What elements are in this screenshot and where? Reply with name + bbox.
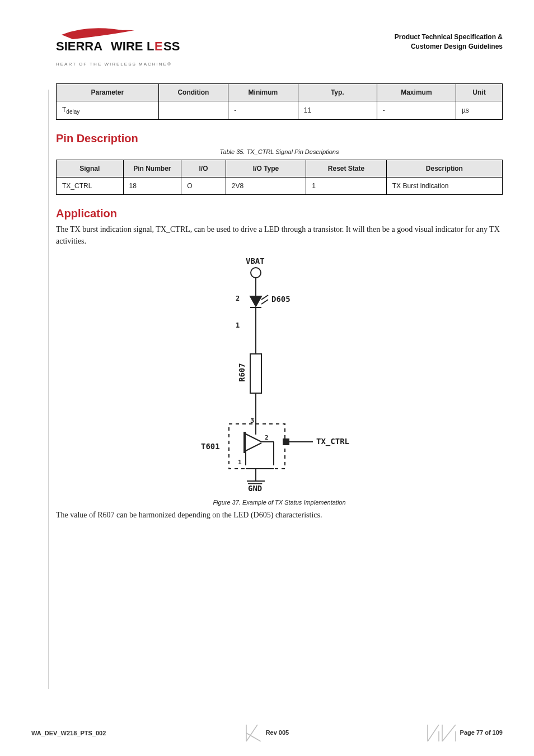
cell-io: O — [181, 178, 226, 195]
cell-typ: 11 — [298, 101, 377, 120]
svg-point-5 — [251, 268, 261, 278]
col-maximum: Maximum — [377, 84, 456, 101]
label-t601: T601 — [201, 442, 220, 451]
col-minimum: Minimum — [228, 84, 298, 101]
pin-description-table: Signal Pin Number I/O I/O Type Reset Sta… — [56, 160, 503, 195]
svg-rect-15 — [229, 424, 285, 469]
cell-minimum: - — [228, 101, 298, 120]
cell-unit: µs — [456, 101, 502, 120]
label-vbat: VBAT — [246, 256, 265, 265]
footer-rev: Rev 005 — [242, 725, 289, 741]
logo-block: SIERRA WIRE L E SS HEART OF THE WIRELESS… — [56, 22, 202, 67]
col-description: Description — [386, 160, 502, 178]
label-n3: 3 — [250, 417, 254, 424]
col-pin-number: Pin Number — [123, 160, 181, 178]
col-condition: Condition — [158, 84, 228, 101]
table-header-row: Signal Pin Number I/O I/O Type Reset Sta… — [57, 160, 503, 178]
svg-line-9 — [261, 295, 268, 300]
header-title-line2: Customer Design Guidelines — [357, 42, 503, 52]
svg-line-10 — [261, 300, 268, 304]
svg-text:SIERRA: SIERRA — [56, 39, 102, 53]
cell-reset-state: 1 — [306, 178, 386, 195]
svg-line-17 — [246, 434, 261, 442]
label-r607: R607 — [237, 363, 246, 382]
col-reset-state: Reset State — [306, 160, 386, 178]
application-paragraph-2: The value of R607 can be harmonized depe… — [56, 509, 503, 521]
svg-text:E: E — [154, 39, 163, 53]
label-nn2: 2 — [265, 434, 269, 441]
figure-caption-37: Figure 37. Example of TX Status Implemen… — [56, 499, 503, 506]
cell-parameter: Tdelay — [57, 101, 159, 120]
application-paragraph: The TX burst indication signal, TX_CTRL,… — [56, 223, 503, 247]
cell-description: TX Burst indication — [386, 178, 502, 195]
page-footer: WA_DEV_W218_PTS_002 Rev 005 Page 77 of 1… — [31, 725, 503, 741]
header-title: Product Technical Specification & Custom… — [357, 22, 503, 52]
col-unit: Unit — [456, 84, 502, 101]
footer-page: Page 77 of 109 — [424, 725, 503, 741]
svg-line-18 — [246, 443, 261, 451]
sierra-wireless-logo: SIERRA WIRE L E SS — [56, 25, 202, 58]
label-node1: 1 — [236, 321, 240, 329]
page-header: SIERRA WIRE L E SS HEART OF THE WIRELESS… — [56, 22, 503, 67]
cell-pin-number: 18 — [123, 178, 181, 195]
svg-text:L: L — [147, 39, 154, 53]
svg-rect-13 — [250, 354, 261, 393]
label-node2: 2 — [236, 295, 240, 302]
footer-divider-right-icon — [424, 725, 458, 741]
cell-condition — [158, 101, 228, 120]
svg-marker-7 — [250, 296, 261, 306]
table-caption-35: Table 35. TX_CTRL Signal Pin Description… — [56, 148, 503, 155]
table-row: TX_CTRL 18 O 2V8 1 TX Burst indication — [57, 178, 503, 195]
label-txctrl: TX_CTRL — [316, 437, 349, 446]
label-gnd: GND — [248, 484, 262, 493]
cell-io-type: 2V8 — [226, 178, 306, 195]
table-header-row: Parameter Condition Minimum Typ. Maximum… — [57, 84, 503, 101]
col-parameter: Parameter — [57, 84, 159, 101]
svg-rect-25 — [283, 438, 289, 445]
logo-tagline: HEART OF THE WIRELESS MACHINE® — [56, 62, 202, 67]
circuit-diagram: VBAT 2 D605 1 R607 3 T601 — [184, 256, 374, 497]
svg-text:WIRE: WIRE — [111, 39, 143, 53]
col-io-type: I/O Type — [226, 160, 306, 178]
sidebar-rule — [48, 90, 49, 689]
svg-text:SS: SS — [163, 39, 180, 53]
cell-maximum: - — [377, 101, 456, 120]
col-typ: Typ. — [298, 84, 377, 101]
label-nn1: 1 — [238, 459, 242, 466]
section-heading-application: Application — [56, 207, 503, 220]
header-title-line1: Product Technical Specification & — [357, 32, 503, 42]
footer-doc-id: WA_DEV_W218_PTS_002 — [31, 730, 106, 736]
parameter-table: Parameter Condition Minimum Typ. Maximum… — [56, 83, 503, 120]
table-row: Tdelay - 11 - µs — [57, 101, 503, 120]
col-io: I/O — [181, 160, 226, 178]
col-signal: Signal — [57, 160, 124, 178]
section-heading-pin-description: Pin Description — [56, 132, 503, 145]
label-d605: D605 — [271, 295, 291, 304]
footer-divider-left-icon — [242, 725, 264, 741]
cell-signal: TX_CTRL — [57, 178, 124, 195]
